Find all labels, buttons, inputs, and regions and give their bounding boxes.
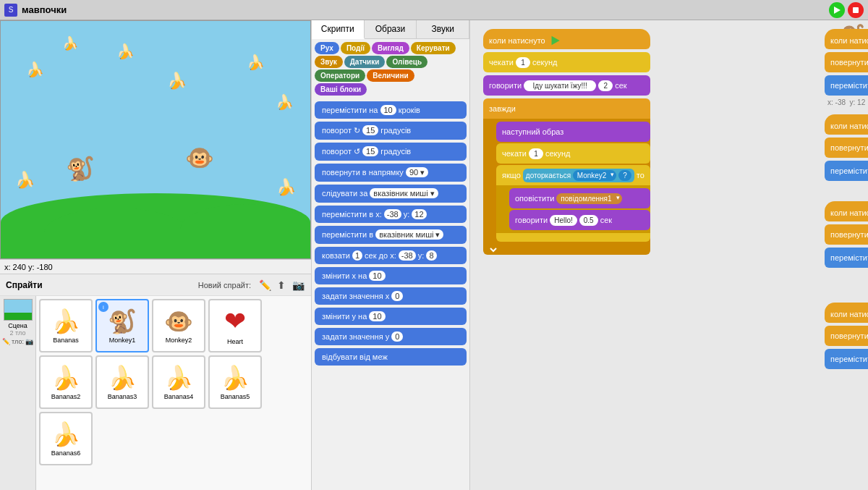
sprite-thumb-bananas4[interactable]: 🍌 Bananas4 [152, 355, 205, 409]
sprite-icon-bananas6: 🍌 [51, 421, 80, 448]
banana-3: 🍌 [167, 72, 187, 90]
block-point-dir[interactable]: повернути в напрямку 90 ▾ [315, 164, 467, 182]
block-wait2[interactable]: чекати 1 секунд [496, 143, 650, 164]
sprite-thumb-bananas[interactable]: 🍌 Bananas [39, 299, 93, 352]
tab-sounds[interactable]: Звуки [417, 20, 469, 38]
block-goto-mouse[interactable]: перемістити в вказівник миші ▾ [315, 226, 467, 244]
sprite-thumb-monkey2[interactable]: 🐵 Monkey2 [152, 299, 205, 352]
blocks-panel: Скрипти Образи Звуки Рух Події Вигляд Ке… [311, 20, 470, 490]
sprite-thumb-heart[interactable]: ❤ Heart [208, 299, 262, 352]
block-when-flag[interactable]: коли натиснуто [483, 29, 650, 49]
app-title: мавпочки [22, 4, 829, 15]
cat-pen[interactable]: Олівець [386, 56, 427, 68]
block-broadcast[interactable]: оповістити повідомлення1 [509, 188, 650, 208]
green-flag-script: коли натиснуто чекати 1 секунд говорити … [483, 29, 650, 255]
app-icon: S [4, 4, 17, 17]
block-set-y[interactable]: задати значення у 0 [315, 328, 467, 345]
sprite-icon-monkey2: 🐵 [164, 308, 193, 335]
sprite-thumb-bananas5[interactable]: 🍌 Bananas5 [208, 355, 262, 409]
block-next-costume[interactable]: наступний образ [496, 122, 650, 142]
cat-sensing[interactable]: Датчики [344, 56, 386, 68]
cat-control[interactable]: Керувати [411, 42, 456, 54]
upload-sprite-button[interactable]: ⬆ [274, 278, 289, 292]
sprite-icon-bananas4: 🍌 [164, 364, 193, 392]
backdrop-edit-btn[interactable]: ✏️ тло: 📷 [2, 338, 33, 345]
sprite-icon-monkey1: 🐒 [108, 308, 137, 335]
block-follow[interactable]: слідувати за вказівник миші ▾ [315, 185, 467, 203]
block-change-x[interactable]: змінити х на 10 [315, 267, 467, 284]
sprite-thumb-bananas6[interactable]: 🍌 Bananas6 [39, 412, 93, 465]
stage-ground-hill3 [180, 204, 310, 258]
block-key-a-move[interactable]: перемістити на 10 кроків [825, 75, 868, 96]
key-w-script: коли натиснуто клавішу w повернути в нап… [825, 303, 868, 369]
sprite-info-badge: i [98, 302, 109, 312]
sprites-panel: Спрайти Новий спрайт: ✏️ ⬆ 📷 Сцена 2 тло… [0, 274, 311, 490]
block-key-d-dir[interactable]: повернути в напрямку 90 [825, 138, 868, 158]
block-key-z-move[interactable]: перемістити на 10 кроків [825, 248, 868, 268]
sprite-thumb-bananas3[interactable]: 🍌 Bananas3 [95, 355, 149, 409]
banana-1: 🍌 [26, 61, 44, 78]
block-say1[interactable]: говорити Іду шукати їжу!!! 2 сек [483, 75, 650, 96]
monkey1-sprite: 🐒 [66, 155, 95, 182]
block-key-a-hat[interactable]: коли натиснуто клавішу a [825, 29, 868, 49]
stage-panel: 🍌 🍌 🍌 🍌 🍌 🍌 🍌 🍌 🐒 🐵 x: 240 y: -180 Спрай… [0, 20, 311, 490]
banana-6: 🍌 [276, 93, 294, 111]
cat-operators[interactable]: Оператори [315, 69, 365, 82]
tab-scripts[interactable]: Скрипти [312, 20, 365, 39]
cat-sound[interactable]: Звук [315, 56, 343, 68]
backdrop-label: тло: [12, 338, 24, 345]
camera-icon: 📷 [25, 338, 33, 345]
scene-thumbnail[interactable] [4, 299, 33, 321]
block-if[interactable]: якщо доторкається Monkey2 ? то оповістит… [496, 165, 650, 242]
block-say2[interactable]: говорити Hello! 0.5 сек [509, 210, 650, 230]
edit-icon: ✏️ [2, 338, 10, 345]
block-key-w-dir[interactable]: повернути в напрямку 0 [825, 326, 868, 346]
sprite-name-bananas6: Bananas6 [51, 449, 81, 457]
stage-coords: x: 240 y: -180 [0, 259, 311, 274]
scripts-area: 🐒 коли натиснуто чекати 1 секунд говорит… [470, 20, 868, 490]
scripts-canvas[interactable]: 🐒 коли натиснуто чекати 1 секунд говорит… [470, 20, 868, 490]
cat-events[interactable]: Події [341, 42, 370, 54]
block-move[interactable]: перемістити на 10 кроків [315, 101, 467, 119]
top-bar: S мавпочки [0, 0, 868, 20]
block-key-w-move[interactable]: перемістити на 10 кроків [825, 349, 868, 369]
block-change-y[interactable]: змінити у на 10 [315, 308, 467, 325]
scene-panel: Сцена 2 тло ✏️ тло: 📷 [0, 296, 36, 490]
cat-looks[interactable]: Вигляд [372, 42, 409, 54]
stage-canvas[interactable]: 🍌 🍌 🍌 🍌 🍌 🍌 🍌 🍌 🐒 🐵 [0, 20, 311, 259]
cat-motion[interactable]: Рух [315, 42, 339, 54]
green-flag-button[interactable] [829, 2, 845, 18]
block-key-w-hat[interactable]: коли натиснуто клавішу w [825, 303, 868, 323]
sprite-icon-bananas2: 🍌 [51, 364, 80, 392]
sprite-name-heart: Heart [227, 338, 243, 345]
sprites-title: Спрайти [6, 280, 198, 290]
sprite-name-monkey2: Monkey2 [166, 337, 192, 344]
sprite-icon-bananas: 🍌 [51, 308, 80, 335]
sprite-name-bananas: Bananas [53, 337, 79, 344]
block-goto-xy[interactable]: перемістити в x: -38 y: 12 [315, 206, 467, 223]
block-bounce[interactable]: відбувати від меж [315, 348, 467, 366]
block-turn-cw[interactable]: поворот ↻ 15 градусів [315, 122, 467, 140]
block-forever[interactable]: завжди наступний образ чекати 1 секунд я [483, 98, 650, 255]
block-key-d-move[interactable]: перемістити на 10 кроків [825, 161, 868, 181]
sprite-thumb-bananas2[interactable]: 🍌 Bananas2 [39, 355, 93, 409]
sprite-name-bananas3: Bananas3 [108, 393, 137, 400]
block-key-a-dir[interactable]: повернути в напрямку -90 [825, 52, 868, 72]
cat-more[interactable]: Ваші блоки [315, 83, 367, 96]
block-key-z-dir[interactable]: повернути в напрямку 180 [825, 224, 868, 245]
block-glide[interactable]: ковзати 1 сек до x: -38 y: 8 [315, 247, 467, 264]
sprite-icon-heart: ❤ [224, 306, 246, 337]
block-set-x[interactable]: задати значення х 0 [315, 287, 467, 305]
tab-costumes[interactable]: Образи [365, 20, 417, 38]
scene-label: Сцена [8, 322, 27, 329]
banana-7: 🍌 [15, 171, 35, 190]
sprite-thumb-monkey1[interactable]: i 🐒 Monkey1 [95, 299, 149, 352]
stop-button[interactable] [848, 2, 864, 18]
cat-data[interactable]: Величини [367, 69, 414, 82]
block-key-z-hat[interactable]: коли натиснуто клавішу z [825, 201, 868, 221]
block-wait1[interactable]: чекати 1 секунд [483, 52, 650, 72]
photo-sprite-button[interactable]: 📷 [291, 278, 305, 292]
block-turn-ccw[interactable]: поворот ↺ 15 градусів [315, 143, 467, 161]
block-key-d-hat[interactable]: коли натиснуто клавішу d [825, 114, 868, 135]
draw-sprite-button[interactable]: ✏️ [258, 278, 272, 292]
